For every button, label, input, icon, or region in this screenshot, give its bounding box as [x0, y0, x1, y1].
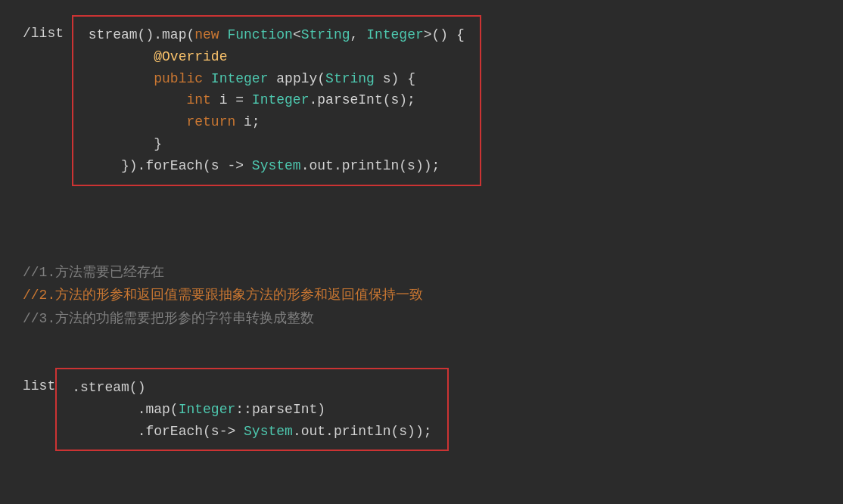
- main-content: /list stream().map(new Function<String, …: [23, 15, 820, 451]
- code-line-1-6: }: [89, 133, 465, 155]
- code-line-1-4: int i = Integer.parseInt(s);: [89, 89, 465, 111]
- code-block-1-wrapper: /list stream().map(new Function<String, …: [23, 15, 820, 186]
- code-line-1-3: public Integer apply(String s) {: [89, 68, 465, 90]
- code-block-2-wrapper: list .stream() .map(Integer::parseInt) .…: [23, 368, 820, 451]
- code-line-1-5: return i;: [89, 111, 465, 133]
- comment-section: //1.方法需要已经存在 //2.方法的形参和返回值需要跟抽象方法的形参和返回值…: [23, 262, 820, 330]
- code-section-2: list .stream() .map(Integer::parseInt) .…: [23, 368, 820, 451]
- comment-3: //3.方法的功能需要把形参的字符串转换成整数: [23, 308, 820, 330]
- spacer-1: [23, 209, 820, 224]
- list-prefix-1: /list: [23, 15, 72, 45]
- comment-1: //1.方法需要已经存在: [23, 262, 820, 284]
- code-section-1: /list stream().map(new Function<String, …: [23, 15, 820, 186]
- code-box-1: stream().map(new Function<String, Intege…: [72, 15, 481, 186]
- code-line-1-1: stream().map(new Function<String, Intege…: [89, 24, 465, 46]
- list-prefix-2: list: [23, 368, 55, 397]
- code-line-1-7: }).forEach(s -> System.out.println(s));: [89, 155, 465, 177]
- spacer-2: [23, 224, 820, 239]
- code-box-2: .stream() .map(Integer::parseInt) .forEa…: [55, 368, 448, 451]
- code-line-1-2: @Override: [89, 46, 465, 68]
- code-line-2-3: .forEach(s-> System.out.println(s));: [72, 421, 431, 443]
- spacer-3: [23, 353, 820, 368]
- comment-2: //2.方法的形参和返回值需要跟抽象方法的形参和返回值保持一致: [23, 285, 820, 306]
- code-line-2-1: .stream(): [72, 377, 431, 399]
- code-line-2-2: .map(Integer::parseInt): [72, 399, 431, 421]
